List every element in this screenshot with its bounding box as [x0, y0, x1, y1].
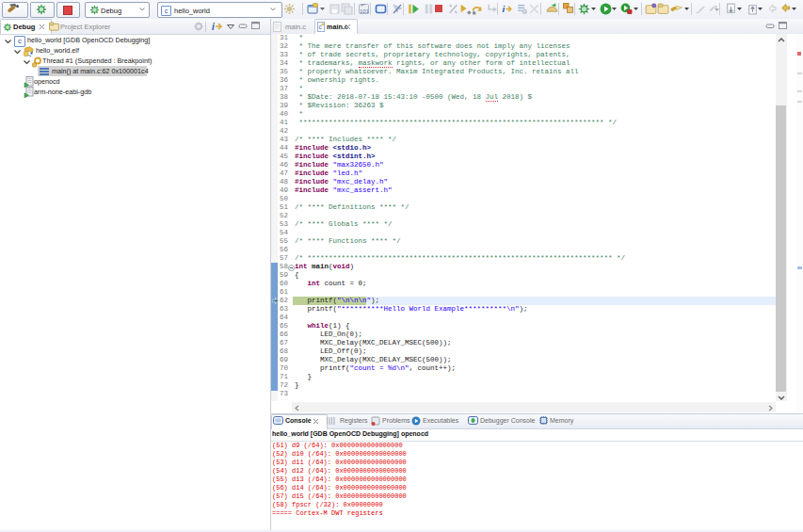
- svg-text:i: i: [503, 4, 506, 14]
- svg-text:101: 101: [360, 8, 370, 14]
- svg-text:i: i: [212, 22, 215, 32]
